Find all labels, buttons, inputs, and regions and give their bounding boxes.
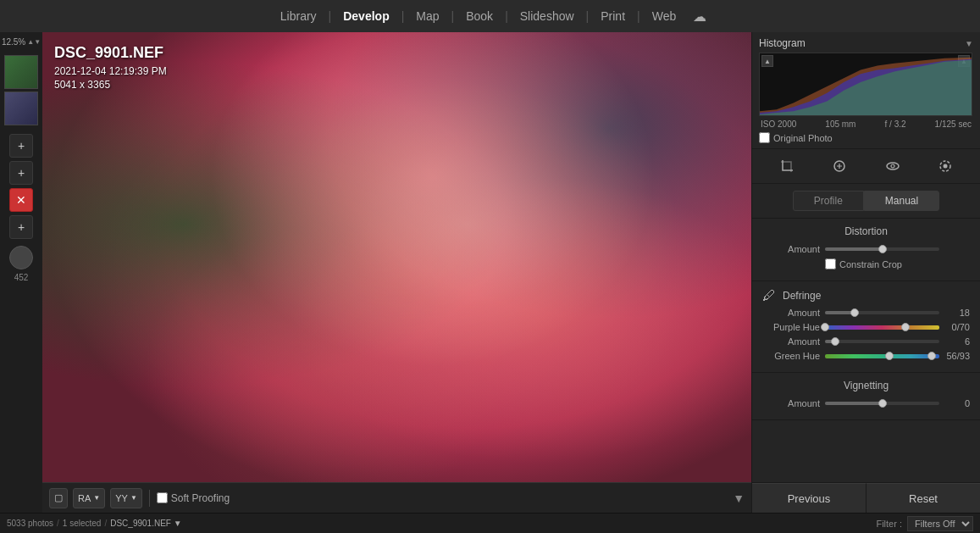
purple-hue-thumb-left[interactable]: [821, 323, 829, 331]
image-dimensions: 5041 x 3365: [54, 79, 167, 91]
purple-hue-thumb-right[interactable]: [901, 323, 910, 331]
thumbnail-2[interactable]: [4, 92, 38, 125]
vignetting-amount-row: Amount 0: [762, 398, 970, 408]
soft-proofing-checkbox[interactable]: [157, 492, 168, 503]
nav-slideshow[interactable]: Slideshow: [513, 9, 581, 23]
original-photo-checkbox[interactable]: [759, 132, 770, 143]
green-hue-thumb-right[interactable]: [927, 352, 936, 360]
constrain-crop-checkbox[interactable]: [825, 258, 836, 269]
image-info: DSC_9901.NEF 2021-12-04 12:19:39 PM 5041…: [54, 44, 167, 91]
histogram-collapse-icon[interactable]: ▼: [965, 39, 973, 48]
distortion-amount-track[interactable]: [825, 247, 939, 251]
svg-point-2: [891, 164, 894, 168]
nav-sep-5: |: [586, 9, 590, 23]
yy-button[interactable]: YY ▼: [110, 488, 142, 508]
masking-tool-icon[interactable]: [933, 154, 957, 178]
round-button[interactable]: [9, 246, 33, 269]
zoom-level[interactable]: 12.5% ▲▼: [0, 36, 42, 48]
nav-sep-1: |: [329, 9, 332, 23]
profile-tabs: Profile Manual: [752, 184, 980, 219]
bottom-filename[interactable]: DSC_9901.NEF ▼: [110, 519, 181, 528]
distortion-amount-thumb[interactable]: [878, 245, 887, 253]
thumbnail-1[interactable]: [4, 55, 38, 89]
green-hue-value: 56/93: [944, 351, 970, 361]
toolbar-separator: [149, 490, 150, 507]
nav-book[interactable]: Book: [459, 9, 500, 23]
add-button-1[interactable]: +: [9, 134, 33, 158]
purple-hue-row: Purple Hue 0/70: [762, 322, 970, 332]
distortion-amount-label: Amount: [762, 244, 820, 254]
image-area: DSC_9901.NEF 2021-12-04 12:19:39 PM 5041…: [42, 32, 751, 513]
distortion-amount-fill: [825, 247, 883, 251]
distortion-amount-row: Amount: [762, 244, 970, 254]
green-hue-thumb-left[interactable]: [885, 352, 894, 360]
soft-proofing-label: Soft Proofing: [171, 492, 230, 504]
histogram-section: Histogram ▼ ▲ ▲ ISO 2000 105 mm f / 3.2 …: [752, 32, 980, 149]
cloud-icon: ☁: [693, 8, 706, 25]
nav-print[interactable]: Print: [594, 9, 632, 23]
image-toolbar: ▢ RA ▼ YY ▼ Soft Proofing ▼: [42, 482, 751, 513]
defringe-amount-track[interactable]: [825, 311, 939, 314]
green-hue-track[interactable]: [825, 354, 939, 358]
nav-web[interactable]: Web: [645, 9, 684, 23]
bottom-filename-arrow: ▼: [174, 519, 182, 528]
reset-button[interactable]: Reset: [866, 483, 980, 513]
manual-tab[interactable]: Manual: [864, 191, 939, 211]
constrain-crop-row: Constrain Crop: [825, 258, 970, 269]
original-photo-row: Original Photo: [759, 132, 973, 143]
filter-select[interactable]: Filters Off: [907, 516, 973, 531]
defringe-amount2-track[interactable]: [825, 340, 939, 343]
purple-hue-label: Purple Hue: [762, 322, 820, 332]
soft-proofing-control: Soft Proofing: [157, 492, 230, 504]
toolbar-expand-button[interactable]: ▼: [733, 491, 745, 505]
vignetting-amount-track[interactable]: [825, 402, 939, 405]
heal-tool-icon[interactable]: [828, 154, 851, 178]
ra-arrow: ▼: [93, 494, 100, 502]
panels-scroll[interactable]: Distortion Amount Constrain Crop: [752, 219, 980, 482]
histogram-chart: [760, 53, 972, 115]
main-area: 12.5% ▲▼ + + ✕ + 452 DSC_9901.NEF 2021-1…: [0, 32, 980, 513]
defringe-amount-thumb[interactable]: [850, 308, 859, 317]
panel-number: 452: [14, 273, 29, 282]
nav-map[interactable]: Map: [409, 9, 446, 23]
add-button-2[interactable]: +: [9, 161, 33, 185]
yy-arrow: ▼: [130, 494, 137, 502]
bottom-sep-2: /: [104, 519, 107, 528]
defringe-title: Defringe: [783, 290, 970, 302]
nav-sep-6: |: [637, 9, 640, 23]
exif-focal: 105 mm: [825, 119, 855, 129]
defringe-header-row: 🖊 Defringe: [762, 288, 970, 303]
nav-sep-2: |: [401, 9, 405, 23]
image-datetime: 2021-12-04 12:19:39 PM: [54, 65, 167, 77]
vignetting-amount-fill: [825, 402, 883, 405]
remove-button[interactable]: ✕: [9, 188, 33, 212]
ra-button[interactable]: RA ▼: [73, 488, 105, 508]
svg-point-4: [943, 164, 947, 169]
top-navigation: Library | Develop | Map | Book | Slidesh…: [0, 0, 980, 32]
defringe-amount2-thumb[interactable]: [831, 337, 839, 346]
profile-tab[interactable]: Profile: [793, 191, 864, 211]
defringe-amount2-value: 6: [944, 336, 970, 347]
left-panel: 12.5% ▲▼ + + ✕ + 452: [0, 32, 42, 513]
right-panel: Histogram ▼ ▲ ▲ ISO 2000 105 mm f / 3.2 …: [751, 32, 980, 513]
defringe-amount-row: Amount 18: [762, 308, 970, 318]
original-photo-label: Original Photo: [773, 133, 833, 143]
exif-shutter: 1/125 sec: [935, 119, 972, 129]
eyedropper-icon[interactable]: 🖊: [762, 288, 776, 303]
photo-count: 5033 photos: [7, 519, 53, 528]
add-button-3[interactable]: +: [9, 215, 33, 239]
defringe-amount2-label: Amount: [762, 336, 820, 347]
previous-button[interactable]: Previous: [752, 483, 866, 513]
tool-icons-row: [752, 149, 980, 184]
vignetting-amount-thumb[interactable]: [878, 399, 887, 408]
purple-hue-track[interactable]: [825, 325, 939, 330]
red-eye-tool-icon[interactable]: [881, 154, 905, 178]
nav-develop[interactable]: Develop: [336, 9, 396, 23]
frame-button[interactable]: ▢: [49, 488, 68, 508]
defringe-amount-value: 18: [944, 308, 970, 318]
tool-section: + + ✕ +: [9, 134, 33, 269]
crop-tool-icon[interactable]: [775, 154, 799, 178]
nav-library[interactable]: Library: [274, 9, 324, 23]
distortion-title: Distortion: [762, 225, 970, 237]
svg-point-1: [887, 163, 899, 169]
